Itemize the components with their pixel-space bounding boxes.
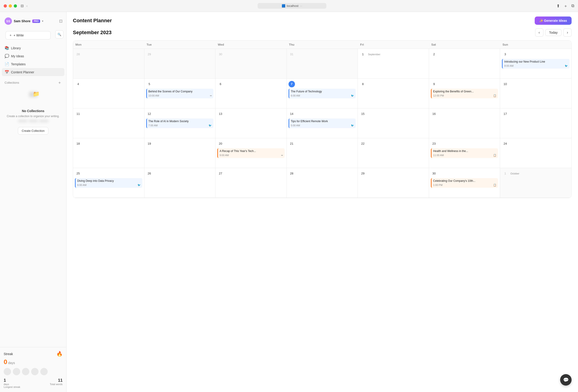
- streak-dots: [4, 368, 63, 375]
- cal-cell-sep13[interactable]: 13: [215, 108, 287, 138]
- close-button[interactable]: [4, 4, 7, 7]
- add-collection-icon[interactable]: ＋: [57, 80, 62, 85]
- streak-section: Streak 🔥 0 days 1 daysLongest streak 11 …: [0, 347, 66, 392]
- cal-header-sun: Sun: [500, 41, 571, 49]
- cal-cell-sep26[interactable]: 26: [144, 168, 216, 198]
- prev-month-button[interactable]: ‹: [535, 28, 543, 37]
- calendar-icon: 📋: [493, 183, 496, 187]
- cal-cell-sep14[interactable]: 14 Tips for Efficient Remote Work 5:00 A…: [287, 108, 358, 138]
- cal-cell-aug28[interactable]: 28: [73, 49, 144, 79]
- cal-cell-sep7[interactable]: 7 The Future of Technology 6:00 AM 🐦: [287, 79, 358, 108]
- cal-cell-sep5[interactable]: 5 Behind the Scenes of Our Company 10:00…: [144, 79, 216, 108]
- event-health-wellness[interactable]: Health and Wellness in the... 11:00 AM 📋: [431, 148, 498, 158]
- chat-bubble-button[interactable]: 💬: [560, 374, 572, 386]
- event-ai-modern-society[interactable]: The Role of AI in Modern Society 7:00 AM…: [146, 118, 214, 128]
- titlebar-actions: ⬆ ＋ ⧉: [556, 3, 574, 9]
- cal-cell-sep10[interactable]: 10: [500, 79, 571, 108]
- cal-cell-sep6[interactable]: 6: [215, 79, 287, 108]
- planner-icon: 📅: [4, 70, 9, 74]
- cal-cell-sep19[interactable]: 19: [144, 138, 216, 168]
- streak-days-value: 0: [4, 358, 7, 366]
- medium-icon: ▪▪: [281, 153, 283, 157]
- event-remote-work[interactable]: Tips for Efficient Remote Work 5:00 AM 🐦: [289, 118, 356, 128]
- cal-cell-sep17[interactable]: 17: [500, 108, 571, 138]
- cal-cell-sep29[interactable]: 29: [358, 168, 429, 198]
- event-new-product-line[interactable]: Introducing our New Product Line 8:00 AM…: [502, 59, 570, 69]
- cal-cell-aug29[interactable]: 29: [144, 49, 216, 79]
- event-future-tech[interactable]: The Future of Technology 6:00 AM 🐦: [289, 89, 356, 98]
- september-label: September: [368, 53, 381, 56]
- sidebar-toggle-icon[interactable]: ⊟: [21, 4, 24, 8]
- cal-cell-sep3[interactable]: 3 Introducing our New Product Line 8:00 …: [500, 49, 571, 79]
- next-month-button[interactable]: ›: [563, 28, 572, 37]
- twitter-icon: 🐦: [138, 183, 141, 187]
- cal-cell-sep2[interactable]: 2: [429, 49, 500, 79]
- new-tab-icon[interactable]: ＋: [564, 3, 568, 9]
- cal-cell-sep11[interactable]: 11: [73, 108, 144, 138]
- streak-label: Streak: [4, 352, 13, 356]
- cal-cell-oct1[interactable]: 1 October: [500, 168, 571, 198]
- cal-cell-sep25[interactable]: 25 Diving Deep into Data Privacy 6:00 AM…: [73, 168, 144, 198]
- event-company-10th[interactable]: Celebrating Our Company's 10th... 1:00 P…: [431, 178, 498, 188]
- sidebar-item-my-ideas[interactable]: 💭 My Ideas: [2, 52, 64, 60]
- event-behind-scenes[interactable]: Behind the Scenes of Our Company 10:00 A…: [146, 89, 214, 98]
- cal-cell-sep28[interactable]: 28: [287, 168, 358, 198]
- event-green-benefits[interactable]: Exploring the Benefits of Green... 12:00…: [431, 89, 498, 98]
- write-label: + Write: [13, 34, 24, 37]
- cal-cell-sep9[interactable]: 9 Exploring the Benefits of Green... 12:…: [429, 79, 500, 108]
- cal-cell-sep20[interactable]: 20 A Recap of This Year's Tech... 9:00 A…: [215, 138, 287, 168]
- sidebar-item-library[interactable]: 📚 Library: [2, 44, 64, 52]
- plus-icon: ＋: [9, 33, 12, 37]
- chevron-down-icon: ▾: [42, 19, 43, 23]
- sidebar-item-templates[interactable]: 📄 Templates: [2, 60, 64, 68]
- traffic-lights: [4, 4, 17, 7]
- maximize-button[interactable]: [14, 4, 17, 7]
- calendar-container: September 2023 ‹ Today › Mon Tue Wed Thu…: [66, 28, 578, 392]
- cal-cell-aug30[interactable]: 30: [215, 49, 287, 79]
- generate-ideas-button[interactable]: ✨ Generate Ideas: [535, 16, 572, 25]
- cal-header-sat: Sat: [429, 41, 500, 49]
- cal-cell-sep21[interactable]: 21: [287, 138, 358, 168]
- cal-cell-sep8[interactable]: 8: [358, 79, 429, 108]
- share-icon[interactable]: ⬆: [556, 3, 560, 8]
- write-button[interactable]: ＋ + Write: [5, 31, 51, 40]
- user-row[interactable]: SS Sam Shore PRO ▾: [3, 16, 45, 27]
- create-collection-button[interactable]: Create Collection: [18, 127, 48, 135]
- total-words-value: 11: [50, 378, 63, 383]
- avatar: SS: [4, 17, 12, 25]
- longest-streak-stat: 1 daysLongest streak: [4, 378, 20, 388]
- cal-cell-sep12[interactable]: 12 The Role of AI in Modern Society 7:00…: [144, 108, 216, 138]
- sidebar-item-label: My Ideas: [11, 54, 24, 58]
- cal-cell-aug31[interactable]: 31: [287, 49, 358, 79]
- sidebar-collapse-icon[interactable]: ⊡: [58, 18, 63, 25]
- cal-cell-sep23[interactable]: 23 Health and Wellness in the... 11:00 A…: [429, 138, 500, 168]
- url-bar[interactable]: 🟦 localhost ···: [258, 3, 326, 9]
- total-words-stat: 11 Total words: [50, 378, 63, 388]
- more-options-icon[interactable]: ···: [300, 4, 302, 7]
- cal-cell-sep16[interactable]: 16: [429, 108, 500, 138]
- cal-cell-sep27[interactable]: 27: [215, 168, 287, 198]
- today-button[interactable]: Today: [545, 29, 562, 36]
- cal-cell-sep4[interactable]: 4: [73, 79, 144, 108]
- streak-dot-3: [22, 368, 29, 375]
- event-data-privacy[interactable]: Diving Deep into Data Privacy 6:00 AM 🐦: [75, 178, 142, 188]
- search-button[interactable]: 🔍: [55, 30, 63, 39]
- page-title: Content Planner: [73, 18, 112, 24]
- tabs-icon[interactable]: ⧉: [571, 3, 574, 8]
- cal-cell-sep1[interactable]: 1 September: [358, 49, 429, 79]
- no-collections-title: No Collections: [4, 109, 63, 113]
- event-tech-recap[interactable]: A Recap of This Year's Tech... 9:00 AM ▪…: [217, 148, 285, 158]
- sidebar-item-content-planner[interactable]: 📅 Content Planner: [2, 68, 64, 76]
- cal-cell-sep24[interactable]: 24: [500, 138, 571, 168]
- cal-cell-sep15[interactable]: 15: [358, 108, 429, 138]
- cal-header-mon: Mon: [73, 41, 144, 49]
- collections-header: Collections ＋: [0, 76, 66, 87]
- cal-cell-sep18[interactable]: 18: [73, 138, 144, 168]
- cal-cell-sep30[interactable]: 30 Celebrating Our Company's 10th... 1:0…: [429, 168, 500, 198]
- twitter-icon: 🐦: [209, 124, 212, 127]
- minimize-button[interactable]: [9, 4, 12, 7]
- pro-badge: PRO: [32, 19, 40, 23]
- streak-dot-5: [40, 368, 48, 375]
- user-name: Sam Shore: [14, 19, 31, 23]
- cal-cell-sep22[interactable]: 22: [358, 138, 429, 168]
